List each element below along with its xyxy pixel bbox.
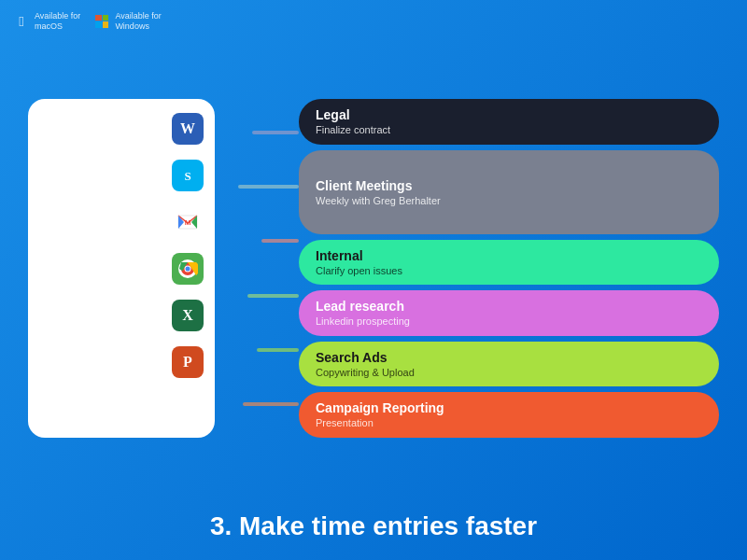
task-title-campaign-reporting: Campaign Reporting xyxy=(316,399,702,416)
task-title-legal: Legal xyxy=(316,106,702,123)
connector-skype xyxy=(215,166,299,207)
svg-point-7 xyxy=(186,267,190,272)
task-title-client-meetings: Client Meetings xyxy=(316,177,702,194)
diagram-area: WS M XP LegalFinalize contractClient Mee… xyxy=(28,99,719,437)
task-card-internal: InternalClarify open issues xyxy=(299,240,719,285)
windows-label: Available for Windows xyxy=(115,11,161,32)
app-row-chrome xyxy=(39,248,204,289)
connector-powerpoint xyxy=(215,384,299,425)
svg-text:M: M xyxy=(185,218,191,227)
app-icon-skype: S xyxy=(172,160,204,191)
connector-excel xyxy=(215,329,299,371)
task-title-search-ads: Search Ads xyxy=(316,349,702,366)
task-subtitle-legal: Finalize contract xyxy=(316,123,702,136)
connector-gmail xyxy=(215,220,299,261)
task-card-client-meetings: Client MeetingsWeekly with Greg Berhalte… xyxy=(299,150,719,234)
app-row-skype: S xyxy=(39,155,204,196)
task-card-legal: LegalFinalize contract xyxy=(299,99,719,144)
connector-word xyxy=(215,112,299,153)
task-subtitle-search-ads: Copywriting & Upload xyxy=(316,366,702,379)
app-row-gmail: M xyxy=(39,202,204,243)
task-title-lead-research: Lead research xyxy=(316,298,702,315)
app-icon-chrome xyxy=(172,253,204,285)
windows-badge: Available for Windows xyxy=(93,11,161,32)
task-card-lead-research: Lead researchLinkedin prospecting xyxy=(299,290,719,335)
app-icon-gmail: M xyxy=(172,206,204,238)
windows-icon xyxy=(93,13,110,30)
tagline: 3. Make time entries faster xyxy=(0,511,747,541)
task-subtitle-client-meetings: Weekly with Greg Berhalter xyxy=(316,194,702,207)
task-subtitle-campaign-reporting: Presentation xyxy=(316,416,702,429)
app-icon-powerpoint: P xyxy=(172,346,204,378)
app-icon-excel: X xyxy=(172,300,204,331)
main-content: WS M XP LegalFinalize contractClient Mee… xyxy=(0,51,747,485)
apple-icon:  xyxy=(13,13,30,30)
app-row-word: W xyxy=(39,108,204,149)
app-row-excel: X xyxy=(39,295,204,336)
top-bar:  Available for macOS Available for Wind… xyxy=(13,11,162,32)
task-subtitle-internal: Clarify open issues xyxy=(316,264,702,277)
macos-label: Available for macOS xyxy=(35,11,80,32)
task-title-internal: Internal xyxy=(316,247,702,264)
task-card-search-ads: Search AdsCopywriting & Upload xyxy=(299,342,719,386)
task-subtitle-lead-research: Linkedin prospecting xyxy=(316,315,702,328)
task-card-campaign-reporting: Campaign ReportingPresentation xyxy=(299,392,719,437)
connectors-area xyxy=(215,99,299,437)
app-icon-word: W xyxy=(172,113,204,145)
app-icons-panel: WS M XP xyxy=(28,99,215,437)
svg-text:S: S xyxy=(184,169,190,183)
connector-chrome xyxy=(215,275,299,316)
task-cards-panel: LegalFinalize contractClient MeetingsWee… xyxy=(299,99,719,437)
app-row-powerpoint: P xyxy=(39,342,204,383)
macos-badge:  Available for macOS xyxy=(13,11,80,32)
